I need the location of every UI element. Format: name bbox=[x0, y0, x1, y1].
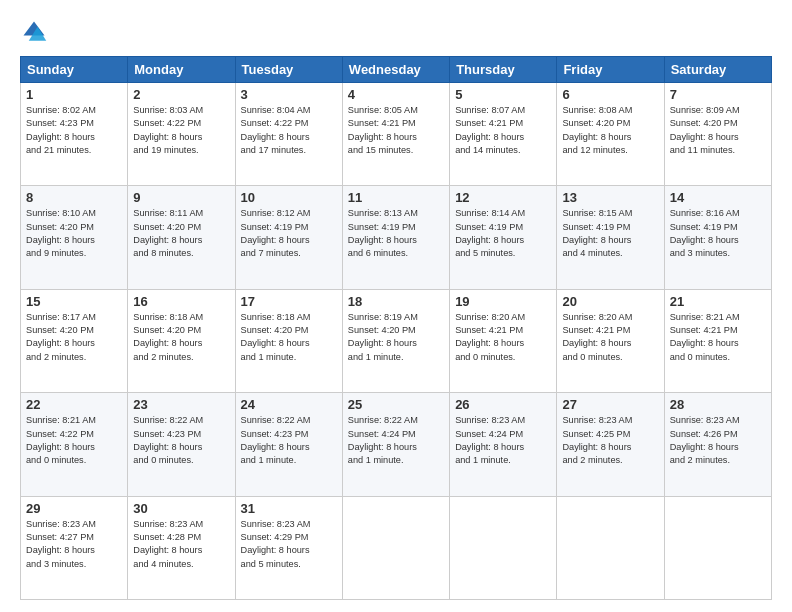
cell-info: Sunrise: 8:22 AMSunset: 4:23 PMDaylight:… bbox=[133, 414, 229, 467]
calendar-cell: 31Sunrise: 8:23 AMSunset: 4:29 PMDayligh… bbox=[235, 496, 342, 599]
cell-info: Sunrise: 8:21 AMSunset: 4:21 PMDaylight:… bbox=[670, 311, 766, 364]
calendar-cell: 29Sunrise: 8:23 AMSunset: 4:27 PMDayligh… bbox=[21, 496, 128, 599]
day-number: 21 bbox=[670, 294, 766, 309]
cell-info: Sunrise: 8:02 AMSunset: 4:23 PMDaylight:… bbox=[26, 104, 122, 157]
cell-info: Sunrise: 8:21 AMSunset: 4:22 PMDaylight:… bbox=[26, 414, 122, 467]
day-number: 11 bbox=[348, 190, 444, 205]
day-number: 18 bbox=[348, 294, 444, 309]
cell-info: Sunrise: 8:23 AMSunset: 4:26 PMDaylight:… bbox=[670, 414, 766, 467]
cell-info: Sunrise: 8:17 AMSunset: 4:20 PMDaylight:… bbox=[26, 311, 122, 364]
day-number: 29 bbox=[26, 501, 122, 516]
calendar-cell: 23Sunrise: 8:22 AMSunset: 4:23 PMDayligh… bbox=[128, 393, 235, 496]
day-number: 26 bbox=[455, 397, 551, 412]
calendar-cell: 13Sunrise: 8:15 AMSunset: 4:19 PMDayligh… bbox=[557, 186, 664, 289]
calendar-cell: 24Sunrise: 8:22 AMSunset: 4:23 PMDayligh… bbox=[235, 393, 342, 496]
day-number: 8 bbox=[26, 190, 122, 205]
calendar-week-5: 29Sunrise: 8:23 AMSunset: 4:27 PMDayligh… bbox=[21, 496, 772, 599]
day-number: 17 bbox=[241, 294, 337, 309]
cell-info: Sunrise: 8:04 AMSunset: 4:22 PMDaylight:… bbox=[241, 104, 337, 157]
cell-info: Sunrise: 8:18 AMSunset: 4:20 PMDaylight:… bbox=[241, 311, 337, 364]
day-number: 19 bbox=[455, 294, 551, 309]
cell-info: Sunrise: 8:13 AMSunset: 4:19 PMDaylight:… bbox=[348, 207, 444, 260]
day-number: 2 bbox=[133, 87, 229, 102]
cell-info: Sunrise: 8:09 AMSunset: 4:20 PMDaylight:… bbox=[670, 104, 766, 157]
calendar-cell bbox=[450, 496, 557, 599]
cell-info: Sunrise: 8:18 AMSunset: 4:20 PMDaylight:… bbox=[133, 311, 229, 364]
day-header-friday: Friday bbox=[557, 57, 664, 83]
day-header-thursday: Thursday bbox=[450, 57, 557, 83]
cell-info: Sunrise: 8:19 AMSunset: 4:20 PMDaylight:… bbox=[348, 311, 444, 364]
cell-info: Sunrise: 8:20 AMSunset: 4:21 PMDaylight:… bbox=[455, 311, 551, 364]
cell-info: Sunrise: 8:12 AMSunset: 4:19 PMDaylight:… bbox=[241, 207, 337, 260]
calendar-cell: 12Sunrise: 8:14 AMSunset: 4:19 PMDayligh… bbox=[450, 186, 557, 289]
cell-info: Sunrise: 8:23 AMSunset: 4:27 PMDaylight:… bbox=[26, 518, 122, 571]
day-number: 14 bbox=[670, 190, 766, 205]
day-number: 7 bbox=[670, 87, 766, 102]
day-number: 13 bbox=[562, 190, 658, 205]
cell-info: Sunrise: 8:05 AMSunset: 4:21 PMDaylight:… bbox=[348, 104, 444, 157]
day-number: 25 bbox=[348, 397, 444, 412]
day-header-saturday: Saturday bbox=[664, 57, 771, 83]
calendar-cell: 5Sunrise: 8:07 AMSunset: 4:21 PMDaylight… bbox=[450, 83, 557, 186]
header bbox=[20, 18, 772, 46]
day-number: 24 bbox=[241, 397, 337, 412]
day-number: 1 bbox=[26, 87, 122, 102]
day-header-tuesday: Tuesday bbox=[235, 57, 342, 83]
calendar-cell: 9Sunrise: 8:11 AMSunset: 4:20 PMDaylight… bbox=[128, 186, 235, 289]
calendar-cell: 21Sunrise: 8:21 AMSunset: 4:21 PMDayligh… bbox=[664, 289, 771, 392]
cell-info: Sunrise: 8:22 AMSunset: 4:23 PMDaylight:… bbox=[241, 414, 337, 467]
cell-info: Sunrise: 8:20 AMSunset: 4:21 PMDaylight:… bbox=[562, 311, 658, 364]
logo bbox=[20, 18, 52, 46]
calendar-week-1: 1Sunrise: 8:02 AMSunset: 4:23 PMDaylight… bbox=[21, 83, 772, 186]
cell-info: Sunrise: 8:22 AMSunset: 4:24 PMDaylight:… bbox=[348, 414, 444, 467]
cell-info: Sunrise: 8:16 AMSunset: 4:19 PMDaylight:… bbox=[670, 207, 766, 260]
cell-info: Sunrise: 8:07 AMSunset: 4:21 PMDaylight:… bbox=[455, 104, 551, 157]
day-number: 9 bbox=[133, 190, 229, 205]
day-number: 28 bbox=[670, 397, 766, 412]
day-header-sunday: Sunday bbox=[21, 57, 128, 83]
calendar-cell: 10Sunrise: 8:12 AMSunset: 4:19 PMDayligh… bbox=[235, 186, 342, 289]
calendar-cell: 18Sunrise: 8:19 AMSunset: 4:20 PMDayligh… bbox=[342, 289, 449, 392]
day-number: 20 bbox=[562, 294, 658, 309]
calendar-cell: 25Sunrise: 8:22 AMSunset: 4:24 PMDayligh… bbox=[342, 393, 449, 496]
calendar-cell: 8Sunrise: 8:10 AMSunset: 4:20 PMDaylight… bbox=[21, 186, 128, 289]
calendar-week-2: 8Sunrise: 8:10 AMSunset: 4:20 PMDaylight… bbox=[21, 186, 772, 289]
day-number: 3 bbox=[241, 87, 337, 102]
calendar-cell: 4Sunrise: 8:05 AMSunset: 4:21 PMDaylight… bbox=[342, 83, 449, 186]
calendar-cell: 3Sunrise: 8:04 AMSunset: 4:22 PMDaylight… bbox=[235, 83, 342, 186]
calendar-cell bbox=[342, 496, 449, 599]
calendar-week-3: 15Sunrise: 8:17 AMSunset: 4:20 PMDayligh… bbox=[21, 289, 772, 392]
calendar-cell: 28Sunrise: 8:23 AMSunset: 4:26 PMDayligh… bbox=[664, 393, 771, 496]
calendar-cell bbox=[557, 496, 664, 599]
cell-info: Sunrise: 8:23 AMSunset: 4:25 PMDaylight:… bbox=[562, 414, 658, 467]
day-number: 30 bbox=[133, 501, 229, 516]
day-number: 10 bbox=[241, 190, 337, 205]
calendar-table: SundayMondayTuesdayWednesdayThursdayFrid… bbox=[20, 56, 772, 600]
calendar-cell: 15Sunrise: 8:17 AMSunset: 4:20 PMDayligh… bbox=[21, 289, 128, 392]
calendar-cell: 17Sunrise: 8:18 AMSunset: 4:20 PMDayligh… bbox=[235, 289, 342, 392]
day-number: 15 bbox=[26, 294, 122, 309]
day-number: 12 bbox=[455, 190, 551, 205]
calendar-cell: 7Sunrise: 8:09 AMSunset: 4:20 PMDaylight… bbox=[664, 83, 771, 186]
day-number: 23 bbox=[133, 397, 229, 412]
day-number: 27 bbox=[562, 397, 658, 412]
day-number: 5 bbox=[455, 87, 551, 102]
cell-info: Sunrise: 8:14 AMSunset: 4:19 PMDaylight:… bbox=[455, 207, 551, 260]
calendar-cell: 2Sunrise: 8:03 AMSunset: 4:22 PMDaylight… bbox=[128, 83, 235, 186]
day-number: 4 bbox=[348, 87, 444, 102]
cell-info: Sunrise: 8:11 AMSunset: 4:20 PMDaylight:… bbox=[133, 207, 229, 260]
calendar-cell: 1Sunrise: 8:02 AMSunset: 4:23 PMDaylight… bbox=[21, 83, 128, 186]
calendar-cell: 20Sunrise: 8:20 AMSunset: 4:21 PMDayligh… bbox=[557, 289, 664, 392]
page: SundayMondayTuesdayWednesdayThursdayFrid… bbox=[0, 0, 792, 612]
cell-info: Sunrise: 8:23 AMSunset: 4:24 PMDaylight:… bbox=[455, 414, 551, 467]
calendar-cell: 14Sunrise: 8:16 AMSunset: 4:19 PMDayligh… bbox=[664, 186, 771, 289]
day-header-monday: Monday bbox=[128, 57, 235, 83]
calendar-cell bbox=[664, 496, 771, 599]
calendar-cell: 30Sunrise: 8:23 AMSunset: 4:28 PMDayligh… bbox=[128, 496, 235, 599]
cell-info: Sunrise: 8:23 AMSunset: 4:29 PMDaylight:… bbox=[241, 518, 337, 571]
day-header-wednesday: Wednesday bbox=[342, 57, 449, 83]
calendar-cell: 11Sunrise: 8:13 AMSunset: 4:19 PMDayligh… bbox=[342, 186, 449, 289]
day-number: 6 bbox=[562, 87, 658, 102]
calendar-cell: 22Sunrise: 8:21 AMSunset: 4:22 PMDayligh… bbox=[21, 393, 128, 496]
calendar-cell: 27Sunrise: 8:23 AMSunset: 4:25 PMDayligh… bbox=[557, 393, 664, 496]
